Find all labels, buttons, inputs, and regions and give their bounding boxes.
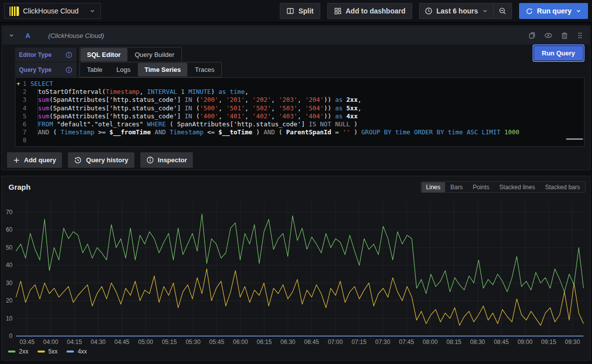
y-axis-tick-label: 40: [6, 262, 12, 269]
time-range-group: Last 6 hours: [419, 3, 512, 19]
x-axis-tick-label: 05:45: [209, 339, 224, 346]
info-icon[interactable]: [65, 51, 72, 58]
viz-option-stacked-bars[interactable]: Stacked bars: [541, 182, 585, 192]
plus-icon: [13, 157, 20, 164]
x-axis-tick-label: 06:00: [233, 339, 248, 346]
y-axis-tick-label: 20: [6, 297, 12, 304]
viz-option-bars[interactable]: Bars: [446, 182, 468, 192]
time-series-chart[interactable]: 01020304050607003:4504:0004:1504:3004:45…: [6, 197, 589, 346]
time-range-picker[interactable]: Last 6 hours: [420, 3, 493, 18]
x-axis-tick-label: 04:15: [67, 339, 82, 346]
datasource-picker[interactable]: ClickHouse Cloud: [4, 3, 101, 19]
line-number: 8: [15, 136, 30, 144]
x-axis-tick-label: 07:00: [328, 339, 343, 346]
tab-sql-editor[interactable]: SQL Editor: [80, 48, 127, 61]
x-axis-tick-label: 08:15: [447, 339, 462, 346]
line-number: 6: [15, 120, 30, 128]
legend-item-2xx[interactable]: 2xx: [8, 348, 28, 355]
inspector-label: Inspector: [158, 156, 187, 164]
x-axis-tick-label: 04:30: [91, 339, 106, 346]
legend-color-pill: [8, 351, 15, 353]
viz-option-lines[interactable]: Lines: [422, 182, 445, 192]
run-query-panel-button[interactable]: Run Query: [534, 45, 584, 61]
viz-option-points[interactable]: Points: [468, 182, 494, 192]
query-history-label: Query history: [86, 156, 128, 164]
legend-label: 4xx: [77, 348, 87, 355]
zoom-out-icon: [499, 7, 507, 15]
time-range-label: Last 6 hours: [437, 7, 478, 15]
tab-table[interactable]: Table: [80, 63, 109, 76]
legend-item-5xx[interactable]: 5xx: [37, 348, 58, 355]
legend-label: 5xx: [48, 348, 58, 355]
graph-panel: Graph Lines Bars Points Stacked lines St…: [1, 176, 591, 361]
query-datasource-hint: (ClickHouse Cloud): [48, 32, 104, 39]
y-axis-tick-label: 10: [6, 315, 12, 322]
x-axis-tick-label: 09:15: [541, 339, 556, 346]
y-axis-tick-label: 0: [9, 333, 12, 340]
visualization-picker: Lines Bars Points Stacked lines Stacked …: [421, 181, 586, 193]
y-axis-tick-label: 30: [6, 280, 12, 287]
x-axis-tick-label: 06:45: [304, 339, 319, 346]
legend-item-4xx[interactable]: 4xx: [66, 348, 87, 355]
expand-plus-icon[interactable]: +: [16, 80, 20, 88]
tab-query-builder[interactable]: Query Builder: [128, 48, 181, 61]
line-number: 5: [15, 112, 30, 120]
sql-code-line[interactable]: 6 FROM "default"."otel_traces" WHERE ( S…: [15, 120, 584, 128]
x-axis-tick-label: 03:45: [19, 339, 34, 346]
sql-code-line[interactable]: 7 AND ( Timestamp >= $__fromTime AND Tim…: [15, 128, 584, 136]
x-axis-tick-label: 05:15: [162, 339, 177, 346]
x-axis-tick-label: 09:30: [565, 339, 580, 346]
sql-code-line[interactable]: 5 sum(SpanAttributes['http.status_code']…: [15, 112, 584, 120]
query-type-label-cell: Query Type: [15, 62, 76, 77]
graph-panel-title: Graph: [8, 183, 30, 191]
x-axis-tick-label: 06:30: [280, 339, 295, 346]
info-circle-icon: [146, 156, 154, 164]
sql-code-line[interactable]: 4 sum(SpanAttributes['http.status_code']…: [15, 104, 584, 112]
viz-option-stacked-lines[interactable]: Stacked lines: [495, 182, 540, 192]
tab-logs[interactable]: Logs: [110, 63, 137, 76]
drag-handle-grip-icon[interactable]: [577, 31, 584, 39]
series-line-2xx[interactable]: [16, 214, 584, 294]
x-axis-tick-label: 07:15: [352, 339, 367, 346]
series-line-5xx[interactable]: [16, 269, 584, 325]
sql-code-line[interactable]: 3 sum(SpanAttributes['http.status_code']…: [15, 96, 584, 104]
y-axis-tick-label: 70: [6, 209, 12, 216]
query-row-header[interactable]: A (ClickHouse Cloud): [2, 26, 590, 44]
hide-response-eye-icon[interactable]: [544, 31, 553, 39]
chevron-down-icon: [576, 8, 582, 14]
zoom-out-button[interactable]: [494, 3, 512, 18]
horizontal-scrollbar[interactable]: [566, 138, 583, 140]
tab-time-series[interactable]: Time Series: [138, 63, 187, 76]
editor-type-segmented: SQL Editor Query Builder: [79, 47, 182, 62]
chevron-down-icon: [482, 8, 488, 14]
line-number: 1+: [15, 80, 30, 88]
add-query-button[interactable]: Add query: [7, 152, 62, 168]
tab-traces[interactable]: Traces: [188, 63, 221, 76]
sql-code-line[interactable]: 1+SELECT: [15, 80, 584, 88]
legend-color-pill: [37, 351, 45, 353]
delete-query-trash-icon[interactable]: [561, 31, 569, 39]
query-history-button[interactable]: Query history: [68, 152, 134, 168]
chart-legend: 2xx5xx4xx: [8, 348, 87, 355]
collapse-chevron-icon[interactable]: [8, 32, 14, 38]
run-query-toolbar-button[interactable]: Run query: [519, 3, 588, 19]
x-axis-tick-label: 05:30: [185, 339, 200, 346]
query-type-segmented: Table Logs Time Series Traces: [79, 62, 222, 77]
sql-code-editor[interactable]: 1+SELECT2 toStartOfInterval(Timestamp, I…: [15, 77, 585, 147]
dashboard-grid-icon: [334, 7, 342, 15]
query-type-row: Query Type Table Logs Time Series Traces: [15, 62, 222, 77]
sql-code-line[interactable]: 8: [15, 136, 584, 144]
y-axis-tick-label: 60: [6, 226, 12, 233]
info-icon[interactable]: [65, 66, 72, 73]
add-query-label: Add query: [24, 156, 56, 164]
editor-type-label-cell: Editor Type: [15, 47, 76, 62]
x-axis-tick-label: 08:45: [494, 339, 509, 346]
sql-code-text: sum(SpanAttributes['http.status_code'] I…: [30, 112, 584, 120]
add-to-dashboard-button[interactable]: Add to dashboard: [327, 3, 412, 19]
inspector-button[interactable]: Inspector: [140, 152, 193, 168]
line-number: 7: [15, 128, 30, 136]
duplicate-query-icon[interactable]: [528, 31, 536, 39]
x-axis-tick-label: 04:00: [43, 339, 58, 346]
split-button[interactable]: Split: [280, 3, 320, 19]
sql-code-line[interactable]: 2 toStartOfInterval(Timestamp, INTERVAL …: [15, 88, 584, 96]
